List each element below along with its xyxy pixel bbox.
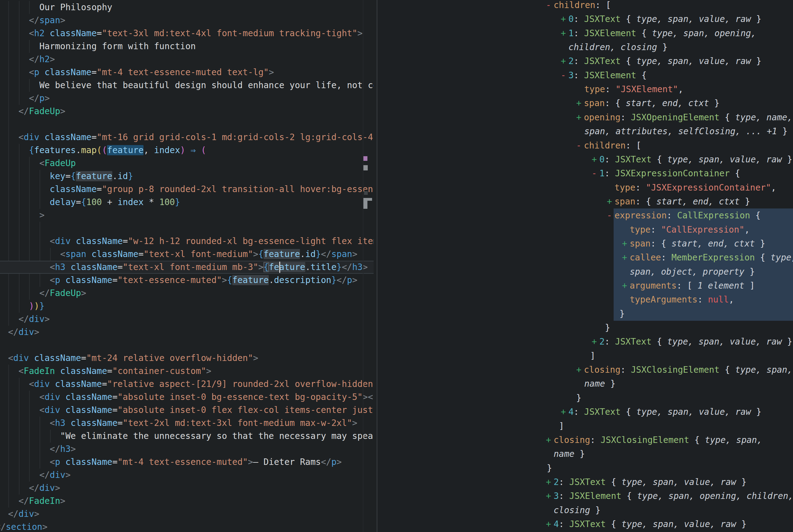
code-line[interactable]: <span className="text-xl font-medium">{f… — [60, 248, 357, 261]
ast-row[interactable]: +0: JSXText { type, span, value, raw } — [592, 152, 792, 166]
code-line[interactable]: </div> — [29, 481, 60, 495]
ast-row[interactable]: } — [619, 307, 625, 321]
code-pane[interactable]: Our Philosophy</span><h2 className="text… — [0, 0, 374, 532]
code-line[interactable]: <FadeUp — [39, 157, 76, 170]
ast-row[interactable]: } — [547, 461, 552, 475]
ast-row[interactable]: +span: { start, end, ctxt } — [607, 194, 750, 208]
code-line[interactable]: </div> — [39, 469, 71, 481]
code-line[interactable]: <div className="absolute inset-0 flex fl… — [39, 404, 373, 417]
code-line[interactable]: <p className="mt-4 text-essence-muted">—… — [50, 456, 342, 469]
code-line[interactable]: <p className="mt-4 text-essence-muted te… — [29, 66, 274, 79]
code-line[interactable]: <div className="relative aspect-[21/9] r… — [29, 378, 373, 391]
code-line[interactable]: </h3> — [50, 443, 76, 456]
code-line[interactable]: {features.map((feature, index) ⇒ ( — [29, 144, 206, 157]
collapse-icon[interactable]: - — [576, 138, 584, 152]
code-line[interactable]: <p className="text-essence-muted">{featu… — [50, 274, 357, 287]
ast-row[interactable]: } — [576, 391, 581, 405]
code-line[interactable]: </div> — [19, 313, 50, 326]
code-line[interactable]: </span> — [29, 14, 65, 27]
code-line[interactable]: > — [39, 209, 44, 222]
ast-row[interactable]: span, object, property } — [630, 265, 755, 279]
ast-row[interactable]: children, closing } — [568, 40, 668, 54]
expand-icon[interactable]: + — [622, 279, 630, 292]
code-line[interactable]: <h3 className="text-xl font-medium mb-3"… — [50, 261, 368, 274]
expand-icon[interactable]: + — [561, 12, 568, 26]
collapse-icon[interactable]: - — [607, 208, 615, 222]
expand-icon[interactable]: + — [546, 517, 554, 531]
code-line[interactable]: </FadeUp> — [19, 105, 65, 118]
ast-row[interactable]: -children: [ — [576, 138, 641, 152]
ast-row[interactable]: +span: { start, end, ctxt } — [576, 96, 719, 110]
ast-row[interactable]: type: "CallExpression", — [630, 223, 750, 236]
ast-row[interactable]: +closing: JSXClosingElement { type, span… — [546, 433, 762, 447]
ast-row[interactable]: +0: JSXText { type, span, value, raw } — [561, 12, 761, 26]
code-line[interactable]: We believe that beautiful design should … — [39, 79, 374, 92]
code-line[interactable]: <div className="mt-16 grid grid-cols-1 m… — [19, 131, 373, 144]
collapse-icon[interactable]: - — [561, 68, 568, 82]
expand-icon[interactable]: + — [561, 405, 568, 419]
ast-row[interactable]: +callee: MemberExpression { type, — [622, 250, 793, 264]
ast-row[interactable]: +closing: JSXClosingElement { type, span… — [576, 363, 792, 377]
code-line[interactable]: key={feature.id} — [50, 170, 133, 183]
ast-row[interactable]: typeArguments: null, — [630, 292, 734, 306]
code-line[interactable]: <h2 className="text-3xl md:text-4xl font… — [29, 27, 363, 40]
ast-row[interactable]: +4: JSXText { type, span, value, raw } — [561, 405, 761, 419]
expand-icon[interactable]: + — [546, 489, 554, 503]
expand-icon[interactable]: + — [622, 250, 630, 264]
ast-row[interactable]: +span: { start, end, ctxt } — [622, 236, 765, 250]
code-line[interactable]: <h3 className="text-2xl md:text-3xl font… — [50, 417, 357, 430]
ast-row[interactable]: +2: JSXText { type, span, value, raw } — [561, 54, 761, 68]
expand-icon[interactable]: + — [622, 236, 630, 250]
code-line[interactable]: ))} — [29, 300, 44, 313]
expand-icon[interactable]: + — [592, 335, 599, 348]
code-line[interactable]: </div> — [8, 326, 39, 339]
code-line[interactable]: <div className="mt-24 relative overflow-… — [8, 352, 258, 365]
collapse-icon[interactable]: - — [592, 166, 599, 180]
ast-row[interactable]: ] — [590, 349, 595, 363]
ast-row[interactable]: -expression: CallExpression { — [607, 208, 760, 222]
expand-icon[interactable]: + — [607, 194, 615, 208]
code-line[interactable]: </h2> — [29, 53, 55, 66]
code-line[interactable]: <div className="w-12 h-12 rounded-xl bg-… — [50, 235, 374, 248]
ast-row[interactable]: +opening: JSXOpeningElement { type, name… — [576, 110, 792, 124]
code-line[interactable]: Harmonizing form with function — [39, 40, 196, 53]
ast-row[interactable]: -3: JSXElement { — [561, 68, 647, 82]
code-line[interactable]: <div className="absolute inset-0 bg-esse… — [39, 391, 373, 404]
code-line[interactable]: </div> — [8, 508, 39, 520]
ast-row[interactable]: +arguments: [ 1 element ] — [622, 279, 755, 292]
code-line[interactable]: </p> — [29, 92, 50, 105]
code-line[interactable]: </FadeUp> — [39, 287, 86, 300]
ast-row[interactable]: closing } — [554, 503, 601, 517]
code-line[interactable]: delay={100 + index * 100} — [50, 196, 180, 209]
pane-divider[interactable] — [376, 0, 378, 532]
ast-row[interactable]: ] — [559, 419, 564, 433]
ast-pane[interactable]: -children: [+0: JSXText { type, span, va… — [378, 0, 793, 532]
ast-row[interactable]: type: "JSXElement", — [584, 82, 683, 96]
ast-row[interactable]: +4: JSXText { type, span, value, raw } — [546, 517, 747, 531]
ast-row[interactable]: span, attributes, selfClosing, ... +1 } — [584, 124, 788, 138]
ast-row[interactable]: +2: JSXText { type, span, value, raw } — [546, 475, 747, 489]
expand-icon[interactable]: + — [592, 152, 599, 166]
code-line[interactable]: </FadeIn> — [19, 495, 65, 508]
expand-icon[interactable]: + — [561, 26, 568, 40]
expand-icon[interactable]: + — [546, 433, 554, 447]
ast-row[interactable]: -children: [ — [546, 0, 611, 12]
ast-row[interactable]: +2: JSXText { type, span, value, raw } — [592, 335, 792, 348]
code-line[interactable]: <FadeIn className="container-custom"> — [19, 365, 212, 378]
expand-icon[interactable]: + — [561, 54, 568, 68]
code-line[interactable]: className="group p-8 rounded-2xl transit… — [50, 183, 374, 196]
expand-icon[interactable]: + — [546, 475, 554, 489]
collapse-icon[interactable]: - — [546, 0, 554, 12]
ast-row[interactable]: +1: JSXElement { type, span, opening, — [561, 26, 756, 40]
expand-icon[interactable]: + — [576, 363, 584, 377]
ast-row[interactable]: name } — [584, 377, 616, 391]
ast-row[interactable]: type: "JSXExpressionContainer", — [615, 180, 776, 194]
expand-icon[interactable]: + — [576, 110, 584, 124]
ast-row[interactable]: +3: JSXElement { type, span, opening, ch… — [546, 489, 793, 503]
ast-row[interactable]: name } — [554, 447, 585, 461]
ast-row[interactable]: } — [605, 321, 610, 335]
ast-row[interactable]: -1: JSXExpressionContainer { — [592, 166, 740, 180]
code-line[interactable]: </section> — [0, 520, 47, 532]
code-line[interactable]: "We eliminate the unnecessary so that th… — [60, 430, 374, 443]
expand-icon[interactable]: + — [576, 96, 584, 110]
